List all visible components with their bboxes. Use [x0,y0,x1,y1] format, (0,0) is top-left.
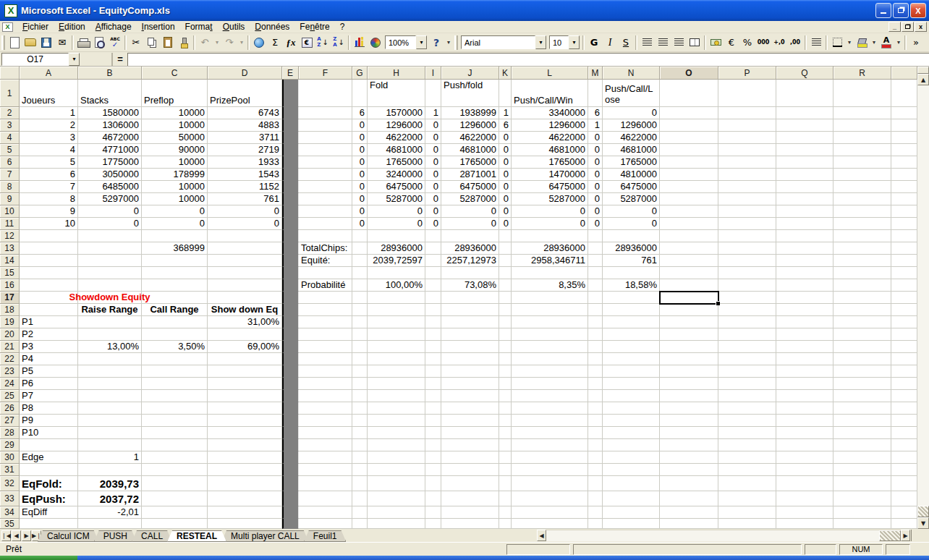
cell-I21[interactable] [425,341,441,353]
cell-N2[interactable]: 0 [603,107,660,119]
cell-x7[interactable] [891,169,917,181]
cell-F28[interactable] [299,427,352,439]
cell-P5[interactable] [718,144,776,156]
sheet-tab-resteal[interactable]: RESTEAL [167,530,226,542]
minimize-button[interactable] [875,3,891,18]
cell-P21[interactable] [718,341,776,353]
cell-K26[interactable] [499,402,512,415]
col-header-N[interactable]: N [603,67,660,80]
cell-I10[interactable]: 0 [425,205,441,218]
row-header-26[interactable]: 26 [0,402,20,415]
cell-D12[interactable] [208,230,282,242]
currency-style-icon[interactable] [708,35,724,51]
cell-A26[interactable]: P8 [20,402,78,415]
open-icon[interactable] [22,35,38,51]
cell-P31[interactable] [718,464,776,476]
cell-A11[interactable]: 10 [20,218,78,230]
cell-G35[interactable] [352,519,368,529]
cell-B27[interactable] [78,415,142,427]
cell-L6[interactable]: 1765000 [512,156,588,169]
cell-C7[interactable]: 178999 [142,169,208,181]
cell-I15[interactable] [425,267,441,279]
cell-x32[interactable] [891,476,917,491]
cell-L24[interactable] [512,378,588,390]
borders-dropdown-icon[interactable]: ▾ [845,35,854,51]
cell-F19[interactable] [299,316,352,328]
cell-D20[interactable] [208,328,282,341]
cell-E9[interactable] [282,193,299,205]
cell-D5[interactable]: 2719 [208,144,282,156]
chart-wizard-icon[interactable] [352,35,368,51]
cell-O28[interactable] [660,427,718,439]
sheet-tab-feuil1[interactable]: Feuil1 [304,530,347,542]
cell-J13[interactable]: 28936000 [441,242,499,255]
cell-I25[interactable] [425,390,441,402]
cell-M5[interactable]: 0 [588,144,603,156]
col-header-B[interactable]: B [78,67,142,80]
cell-R25[interactable] [833,390,891,402]
cell-O24[interactable] [660,378,718,390]
cell-K2[interactable]: 1 [499,107,512,119]
cell-C23[interactable] [142,365,208,378]
cell-D25[interactable] [208,390,282,402]
cell-B17[interactable]: Showdown Equity [78,292,142,304]
cell-H34[interactable] [368,506,425,519]
cell-E33[interactable] [282,491,299,506]
row-header-7[interactable]: 7 [0,169,20,181]
cell-N18[interactable] [603,304,660,316]
cell-B2[interactable]: 1580000 [78,107,142,119]
cell-E11[interactable] [282,218,299,230]
italic-icon[interactable]: I [602,35,618,51]
cell-C33[interactable] [142,491,208,506]
cell-C35[interactable] [142,519,208,529]
cell-L8[interactable]: 6475000 [512,181,588,193]
cell-I17[interactable] [425,292,441,304]
cell-N27[interactable] [603,415,660,427]
cell-D9[interactable]: 761 [208,193,282,205]
cell-D14[interactable] [208,255,282,267]
cell-I31[interactable] [425,464,441,476]
cell-P7[interactable] [718,169,776,181]
cell-G14[interactable] [352,255,368,267]
row-header-17[interactable]: 17 [0,292,20,304]
start-button-sliver[interactable] [0,556,77,560]
cell-R10[interactable] [833,205,891,218]
cell-x27[interactable] [891,415,917,427]
cell-G10[interactable]: 0 [352,205,368,218]
cell-P34[interactable] [718,506,776,519]
cell-L25[interactable] [512,390,588,402]
cell-L15[interactable] [512,267,588,279]
cell-B12[interactable] [78,230,142,242]
cell-G23[interactable] [352,365,368,378]
cell-Q6[interactable] [776,156,833,169]
copy-icon[interactable] [144,35,160,51]
cell-E34[interactable] [282,506,299,519]
cell-O11[interactable] [660,218,718,230]
cell-B23[interactable] [78,365,142,378]
cell-J25[interactable] [441,390,499,402]
cell-M30[interactable] [588,451,603,464]
cell-E2[interactable] [282,107,299,119]
cell-A16[interactable] [20,279,78,292]
cell-x3[interactable] [891,119,917,132]
cell-F34[interactable] [299,506,352,519]
cell-Q14[interactable] [776,255,833,267]
menu-edition[interactable]: Edition [54,21,90,33]
cell-C34[interactable] [142,506,208,519]
cell-E5[interactable] [282,144,299,156]
cell-M6[interactable]: 0 [588,156,603,169]
cell-O19[interactable] [660,316,718,328]
cell-N22[interactable] [603,353,660,365]
cell-K21[interactable] [499,341,512,353]
cell-G17[interactable] [352,292,368,304]
cell-Q35[interactable] [776,519,833,529]
cell-D19[interactable]: 31,00% [208,316,282,328]
cell-O12[interactable] [660,230,718,242]
toolbar-grip[interactable] [454,35,458,50]
cell-M9[interactable]: 0 [588,193,603,205]
row-header-15[interactable]: 15 [0,267,20,279]
cell-D7[interactable]: 1543 [208,169,282,181]
cell-N32[interactable] [603,476,660,491]
scroll-down-icon[interactable]: ▼ [917,517,929,529]
cell-A5[interactable]: 4 [20,144,78,156]
